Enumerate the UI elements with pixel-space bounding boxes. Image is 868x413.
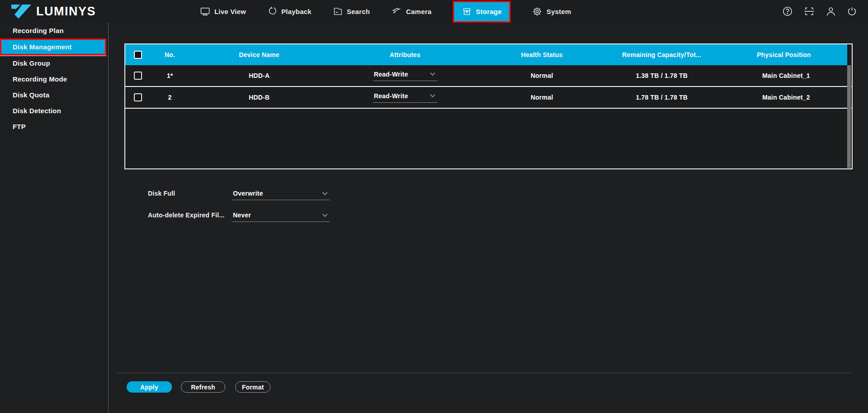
chevron-down-icon — [430, 72, 436, 76]
main-nav: Live View Playback Search — [200, 0, 571, 23]
folder-icon — [333, 6, 343, 16]
nav-label: System — [546, 8, 571, 15]
select-all-checkbox[interactable] — [134, 51, 142, 59]
cell-device-name: HDD-A — [189, 72, 329, 79]
cell-physical-position: Main Cabinet_1 — [721, 72, 852, 79]
disk-management-table: No. Device Name Attributes Health Status… — [124, 43, 853, 169]
footer-divider — [117, 373, 851, 373]
row-checkbox[interactable] — [134, 93, 142, 101]
sidebar-item-disk-management-annotated[interactable]: Disk Management — [0, 38, 106, 55]
header-health-status: Health Status — [481, 51, 603, 58]
power-icon[interactable] — [847, 6, 857, 17]
chevron-down-icon — [322, 213, 328, 217]
table-header-row: No. Device Name Attributes Health Status… — [125, 44, 847, 65]
sidebar-item-disk-detection[interactable]: Disk Detection — [0, 103, 108, 119]
table-row: 1* HDD-A Read-Write Normal 1.38 TB / 1.7… — [125, 65, 852, 87]
attributes-dropdown[interactable]: Read-Write — [373, 71, 437, 81]
nav-item-playback[interactable]: Playback — [267, 0, 312, 23]
disk-full-field: Disk Full Overwrite — [148, 190, 330, 200]
auto-delete-label: Auto-delete Expired Fil... — [148, 211, 232, 219]
monitor-icon — [200, 6, 210, 17]
disk-full-label: Disk Full — [148, 190, 232, 197]
topbar-actions — [782, 0, 857, 23]
disk-full-dropdown[interactable]: Overwrite — [232, 190, 330, 200]
help-icon[interactable] — [782, 6, 793, 17]
table-scrollbar[interactable] — [847, 65, 851, 168]
nav-label: Search — [347, 8, 370, 15]
user-icon[interactable] — [825, 6, 836, 17]
nav-label: Storage — [476, 8, 502, 15]
cell-health-status: Normal — [481, 72, 603, 79]
attributes-dropdown[interactable]: Read-Write — [373, 92, 437, 103]
storage-icon — [462, 7, 472, 17]
nav-item-camera[interactable]: Camera — [391, 0, 432, 23]
camera-icon — [391, 6, 402, 16]
sidebar-item-recording-mode[interactable]: Recording Mode — [0, 71, 108, 87]
nav-item-system[interactable]: System — [532, 0, 571, 23]
nav-label: Playback — [281, 8, 312, 15]
cell-remaining-capacity: 1.78 TB / 1.78 TB — [603, 94, 721, 101]
auto-delete-field: Auto-delete Expired Fil... Never — [148, 211, 330, 222]
sidebar-item-ftp[interactable]: FTP — [0, 119, 108, 134]
nav-item-live-view[interactable]: Live View — [200, 0, 246, 23]
brand-logo: LUMINYS — [11, 0, 96, 23]
cell-device-name: HDD-B — [189, 94, 329, 101]
refresh-button[interactable]: Refresh — [181, 381, 225, 393]
sidebar-item-disk-quota[interactable]: Disk Quota — [0, 87, 108, 103]
row-checkbox[interactable] — [134, 72, 142, 80]
nav-label: Live View — [214, 8, 246, 15]
auto-delete-dropdown[interactable]: Never — [232, 211, 330, 222]
header-device-name: Device Name — [189, 51, 329, 58]
cell-no: 1* — [151, 72, 189, 79]
topbar: LUMINYS Live View Playback — [0, 0, 868, 23]
luminys-logo-icon — [11, 3, 32, 19]
sidebar: Recording Plan Disk Management Disk Grou… — [0, 23, 109, 413]
header-attributes: Attributes — [329, 51, 481, 58]
header-remaining-capacity: Remaining Capacity/Tot... — [603, 51, 721, 58]
sidebar-item-recording-plan[interactable]: Recording Plan — [0, 23, 108, 38]
nav-item-storage-annotated[interactable]: Storage — [453, 1, 511, 23]
cell-no: 2 — [151, 94, 189, 101]
gear-icon — [532, 6, 542, 17]
cell-health-status: Normal — [481, 94, 603, 101]
header-physical-position: Physical Position — [721, 51, 847, 58]
format-button[interactable]: Format — [235, 381, 270, 393]
apply-button[interactable]: Apply — [127, 381, 172, 393]
chevron-down-icon — [322, 192, 328, 196]
chevron-down-icon — [430, 94, 436, 98]
cell-physical-position: Main Cabinet_2 — [721, 94, 852, 101]
nav-item-search[interactable]: Search — [333, 0, 370, 23]
nav-label: Camera — [406, 8, 432, 15]
cell-remaining-capacity: 1.38 TB / 1.78 TB — [603, 72, 721, 79]
table-scrollbar-track — [847, 65, 851, 168]
sidebar-item-disk-group[interactable]: Disk Group — [0, 55, 108, 71]
playback-icon — [267, 6, 277, 16]
brand-name: LUMINYS — [36, 5, 96, 19]
scan-icon[interactable] — [803, 6, 815, 17]
table-row: 2 HDD-B Read-Write Normal 1.78 TB / 1.78… — [125, 87, 852, 109]
header-no: No. — [151, 51, 189, 58]
